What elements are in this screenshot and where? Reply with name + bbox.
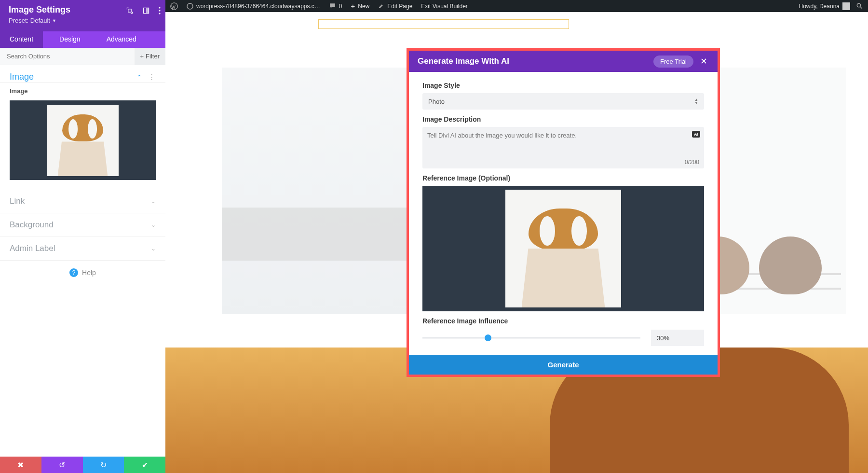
section-image-toggle[interactable]: Image ⌃ ⋮ bbox=[10, 72, 156, 82]
wp-logo-icon[interactable] bbox=[170, 2, 178, 10]
help-label: Help bbox=[82, 269, 96, 277]
search-filter-bar: + Filter bbox=[0, 48, 165, 65]
plus-icon: + bbox=[351, 2, 355, 10]
edit-page-link[interactable]: Edit Page bbox=[378, 3, 412, 10]
redo-icon: ↻ bbox=[100, 460, 107, 470]
image-style-value: Photo bbox=[428, 98, 445, 105]
image-style-label: Image Style bbox=[422, 82, 704, 89]
wp-admin-bar: wordpress-784896-3766464.cloudwaysapps.c… bbox=[165, 0, 868, 12]
close-icon: ✖ bbox=[17, 460, 24, 470]
site-name: wordpress-784896-3766464.cloudwaysapps.c… bbox=[196, 3, 320, 10]
generate-image-ai-modal: Generate Image With AI Free Trial ✕ Imag… bbox=[407, 48, 720, 377]
section-background-title: Background bbox=[10, 220, 54, 230]
tab-content[interactable]: Content bbox=[0, 31, 43, 48]
svg-point-1 bbox=[187, 3, 193, 9]
save-button[interactable]: ✔ bbox=[124, 457, 165, 473]
new-label: New bbox=[358, 3, 369, 10]
thumb-bag-shape bbox=[58, 141, 108, 176]
redo-button[interactable]: ↻ bbox=[83, 457, 124, 473]
section-admin-label-toggle[interactable]: Admin Label ⌄ bbox=[10, 244, 156, 253]
section-link-toggle[interactable]: Link ⌄ bbox=[10, 196, 156, 206]
close-icon: ✕ bbox=[700, 56, 707, 67]
section-admin-label-title: Admin Label bbox=[10, 244, 55, 253]
caret-down-icon: ▼ bbox=[52, 18, 56, 23]
dock-icon[interactable] bbox=[142, 7, 150, 14]
help-icon: ? bbox=[69, 268, 78, 277]
site-switcher[interactable]: wordpress-784896-3766464.cloudwaysapps.c… bbox=[187, 3, 320, 10]
char-counter: 0/200 bbox=[685, 159, 699, 166]
comments-link[interactable]: 0 bbox=[329, 2, 342, 10]
expand-icon[interactable] bbox=[126, 7, 134, 14]
exit-visual-builder[interactable]: Exit Visual Builder bbox=[421, 3, 468, 10]
howdy-user[interactable]: Howdy, Deanna bbox=[799, 2, 851, 10]
svg-rect-3 bbox=[128, 9, 131, 12]
svg-point-2 bbox=[857, 3, 861, 7]
chevron-down-icon: ⌄ bbox=[151, 198, 156, 205]
empty-module-slot[interactable] bbox=[318, 19, 569, 29]
image-description-field: AI 0/200 bbox=[422, 127, 704, 168]
select-arrows-icon: ▲▼ bbox=[694, 98, 698, 105]
influence-value-text: 30% bbox=[657, 334, 669, 342]
chevron-down-icon: ⌄ bbox=[151, 222, 156, 228]
edit-page-label: Edit Page bbox=[387, 3, 412, 10]
image-field-block: Image bbox=[0, 83, 165, 190]
reference-influence-label: Reference Image Influence bbox=[422, 317, 704, 325]
ref-pretzel-shape bbox=[529, 209, 598, 251]
svg-point-6 bbox=[159, 7, 160, 8]
chevron-down-icon: ⌄ bbox=[151, 245, 156, 252]
avatar bbox=[842, 2, 850, 10]
settings-sidebar: Image Settings Preset: Default ▼ Content… bbox=[0, 0, 165, 473]
modal-header: Generate Image With AI Free Trial ✕ bbox=[409, 51, 718, 72]
thumb-pretzel-shape bbox=[62, 114, 104, 141]
svg-point-7 bbox=[159, 10, 160, 11]
help-link[interactable]: ? Help bbox=[0, 261, 165, 277]
comments-count: 0 bbox=[339, 3, 342, 10]
section-image-title: Image bbox=[10, 72, 34, 82]
slider-thumb[interactable] bbox=[485, 334, 491, 341]
influence-value-field[interactable]: 30% bbox=[651, 330, 704, 346]
modal-title: Generate Image With AI bbox=[418, 56, 653, 66]
tab-advanced[interactable]: Advanced bbox=[97, 31, 146, 48]
section-background-toggle[interactable]: Background ⌄ bbox=[10, 220, 156, 230]
svg-point-8 bbox=[159, 13, 160, 14]
image-thumbnail[interactable] bbox=[10, 100, 156, 180]
preset-dropdown[interactable]: Preset: Default ▼ bbox=[9, 17, 157, 24]
filter-label: Filter bbox=[146, 53, 160, 60]
new-content[interactable]: + New bbox=[351, 2, 370, 10]
kebab-icon[interactable] bbox=[159, 7, 161, 14]
image-description-input[interactable] bbox=[427, 132, 699, 156]
influence-slider[interactable] bbox=[422, 333, 640, 343]
svg-rect-5 bbox=[146, 8, 149, 13]
exit-vb-label: Exit Visual Builder bbox=[421, 3, 468, 10]
discard-button[interactable]: ✖ bbox=[0, 457, 41, 473]
plus-icon: + bbox=[140, 53, 144, 60]
generate-button[interactable]: Generate bbox=[409, 355, 718, 375]
sidebar-header: Image Settings Preset: Default ▼ bbox=[0, 0, 165, 31]
section-link-title: Link bbox=[10, 196, 25, 206]
reference-image-preview[interactable] bbox=[422, 186, 704, 311]
image-style-select[interactable]: Photo ▲▼ bbox=[422, 93, 704, 110]
preset-label: Preset: Default bbox=[9, 17, 50, 24]
search-options-input[interactable] bbox=[0, 48, 135, 65]
filter-button[interactable]: + Filter bbox=[135, 48, 165, 65]
search-icon[interactable] bbox=[856, 2, 863, 10]
image-description-label: Image Description bbox=[422, 115, 704, 123]
image-field-label: Image bbox=[10, 87, 156, 95]
ai-badge[interactable]: AI bbox=[692, 131, 700, 138]
undo-button[interactable]: ↺ bbox=[41, 457, 83, 473]
generate-label: Generate bbox=[547, 361, 579, 369]
check-icon: ✔ bbox=[142, 460, 148, 470]
tab-design[interactable]: Design bbox=[43, 31, 97, 48]
close-modal-button[interactable]: ✕ bbox=[698, 56, 709, 67]
undo-icon: ↺ bbox=[59, 460, 65, 470]
reference-image-label: Reference Image (Optional) bbox=[422, 174, 704, 182]
sidebar-action-bar: ✖ ↺ ↻ ✔ bbox=[0, 457, 165, 473]
chevron-up-icon: ⌃ bbox=[137, 74, 142, 81]
ref-bag-shape bbox=[522, 249, 605, 307]
kebab-icon[interactable]: ⋮ bbox=[148, 72, 156, 82]
howdy-text: Howdy, Deanna bbox=[799, 3, 840, 10]
free-trial-badge[interactable]: Free Trial bbox=[653, 56, 693, 68]
sidebar-tabs: Content Design Advanced bbox=[0, 31, 165, 48]
